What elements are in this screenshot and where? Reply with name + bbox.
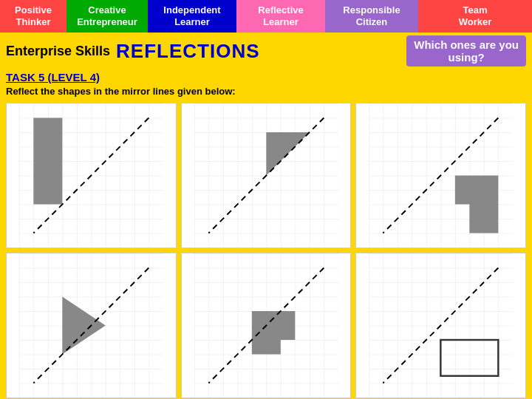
grid-cell-1 bbox=[6, 103, 177, 248]
header-tabs: PositiveThinker CreativeEntrepreneur Ind… bbox=[0, 0, 532, 33]
grids-container bbox=[0, 100, 532, 399]
reflections-title: REFLECTIONS bbox=[116, 40, 259, 63]
enterprise-label: Enterprise Skills bbox=[6, 44, 110, 59]
tab-team-worker[interactable]: TeamWorker bbox=[418, 0, 532, 33]
tab-positive-thinker[interactable]: PositiveThinker bbox=[0, 0, 66, 33]
title-bar: Enterprise Skills REFLECTIONS Which ones… bbox=[0, 33, 532, 69]
task-desc: Reflect the shapes in the mirror lines g… bbox=[0, 85, 532, 100]
svg-rect-2 bbox=[33, 118, 62, 205]
grid-cell-5 bbox=[181, 253, 352, 398]
task-header: TASK 5 (LEVEL 4) bbox=[0, 69, 532, 85]
tab-independent-learner[interactable]: IndependentLearner bbox=[148, 0, 236, 33]
tab-reflective-learner[interactable]: ReflectiveLearner bbox=[236, 0, 325, 33]
which-ones-box: Which ones are youusing? bbox=[406, 35, 526, 66]
grid-cell-6 bbox=[355, 253, 526, 398]
tab-creative-entrepreneur[interactable]: CreativeEntrepreneur bbox=[66, 0, 148, 33]
grid-cell-3 bbox=[355, 103, 526, 248]
grid-cell-4 bbox=[6, 253, 177, 398]
grid-cell-2 bbox=[181, 103, 352, 248]
tab-responsible-citizen[interactable]: ResponsibleCitizen bbox=[325, 0, 418, 33]
